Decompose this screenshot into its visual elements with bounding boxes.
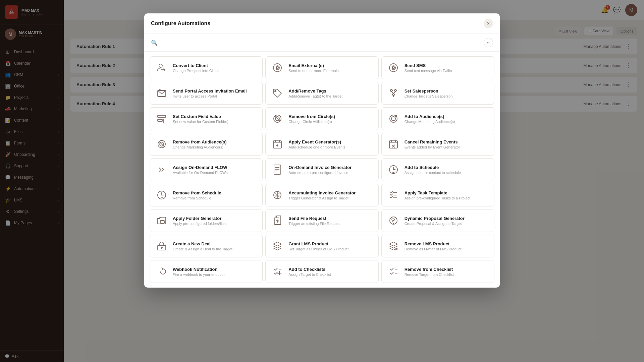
modal-title: Configure Automations <box>151 20 210 26</box>
svg-point-9 <box>275 90 276 92</box>
dynamic-proposal-text: Dynamic Proposal GeneratorCreate Proposa… <box>405 216 489 226</box>
remove-lms-product-text: Remove LMS ProductRemove as Owner of LMS… <box>405 241 489 251</box>
svg-rect-54 <box>160 221 164 223</box>
automation-card-add-to-checklists[interactable]: Add to ChecklistsAssign Target to Checkl… <box>265 260 378 283</box>
remove-lms-product-icon <box>387 240 400 252</box>
remove-from-circle-icon <box>271 112 284 125</box>
convert-to-client-description: Change Prospect into Client <box>173 69 257 73</box>
automation-card-remove-from-checklist[interactable]: Remove from ChecklistRemove Target from … <box>381 260 494 283</box>
automation-card-send-portal-email[interactable]: Send Portal Access Invitation EmailInvit… <box>150 82 263 105</box>
remove-lms-product-description: Remove as Owner of LMS Product <box>405 247 489 251</box>
automation-card-remove-from-schedule[interactable]: Remove from ScheduleRemove from Schedule <box>150 184 263 206</box>
email-externals-icon <box>271 61 284 74</box>
modal-body: Convert to ClientChange Prospect into Cl… <box>144 52 500 288</box>
automation-card-remove-from-circle[interactable]: Remove from Circle(s)Change Circle Affil… <box>265 107 378 130</box>
automation-card-set-salesperson[interactable]: Set SalespersonChange Target's Salespers… <box>381 82 494 105</box>
remove-from-schedule-title: Remove from Schedule <box>173 190 257 195</box>
search-icon: 🔍 <box>151 40 158 46</box>
svg-line-13 <box>391 92 393 94</box>
modal-header: Configure Automations × <box>144 13 500 34</box>
set-custom-field-text: Set Custom Field ValueSet new value for … <box>173 114 257 124</box>
automation-card-add-remove-tags[interactable]: Add/Remove TagsAdd/Remove Tag(s) to the … <box>265 82 378 105</box>
svg-point-0 <box>159 64 162 67</box>
automation-grid: Convert to ClientChange Prospect into Cl… <box>150 56 494 283</box>
assign-on-demand-flow-title: Assign On-Demand FLOW <box>173 165 257 170</box>
add-to-schedule-icon <box>387 163 400 176</box>
send-portal-email-icon <box>155 87 168 100</box>
grant-lms-product-text: Grant LMS ProductSet Target as Owner of … <box>288 241 373 251</box>
automation-card-cancel-remaining-events[interactable]: Cancel Remaining EventsEvents added by E… <box>381 133 494 156</box>
automation-card-apply-event-generator[interactable]: Apply Event Generator(s)Auto-schedule on… <box>265 133 378 156</box>
automation-card-convert-to-client[interactable]: Convert to ClientChange Prospect into Cl… <box>150 56 263 79</box>
automation-card-assign-on-demand-flow[interactable]: Assign On-Demand FLOWAvailable for On-De… <box>150 158 263 181</box>
remove-from-audiences-text: Remove from Audience(s)Change Marketing … <box>173 139 257 149</box>
email-externals-description: Send to one or more Externals <box>288 69 373 73</box>
automation-card-create-new-deal[interactable]: Create a New DealCreate & Assign a Deal … <box>150 235 263 257</box>
remove-lms-product-title: Remove LMS Product <box>405 241 489 246</box>
search-input[interactable] <box>161 40 480 45</box>
svg-point-4 <box>389 64 397 72</box>
back-button[interactable]: ← <box>484 38 493 47</box>
automation-card-on-demand-invoice[interactable]: On-Demand Invoice GeneratorAuto-create a… <box>265 158 378 181</box>
svg-point-10 <box>390 89 392 92</box>
send-sms-text: Send SMSSend text message via Twilio <box>405 63 489 73</box>
apply-task-template-text: Apply Task TemplateAssign pre-configured… <box>405 190 489 200</box>
remove-from-circle-description: Change Circle Affiliation(s) <box>288 120 373 124</box>
send-sms-icon <box>387 61 400 74</box>
automation-card-webhook-notification[interactable]: Webhook NotificationFire a webhook to yo… <box>150 260 263 283</box>
modal-overlay[interactable]: Configure Automations × 🔍 ← Convert to C… <box>0 0 644 362</box>
svg-rect-41 <box>274 165 281 174</box>
accumulating-invoice-text: Accumulating Invoice GeneratorTrigger Ge… <box>288 190 373 200</box>
remove-from-checklist-text: Remove from ChecklistRemove Target from … <box>405 267 489 277</box>
cancel-remaining-events-description: Events added by Event Generator <box>405 145 489 149</box>
automation-card-remove-lms-product[interactable]: Remove LMS ProductRemove as Owner of LMS… <box>381 235 494 257</box>
automation-card-email-externals[interactable]: Email External(s)Send to one or more Ext… <box>265 56 378 79</box>
add-to-audiences-icon <box>387 112 400 125</box>
convert-to-client-title: Convert to Client <box>173 63 257 68</box>
add-to-checklists-text: Add to ChecklistsAssign Target to Checkl… <box>288 267 373 277</box>
send-portal-email-text: Send Portal Access Invitation EmailInvit… <box>173 88 257 98</box>
apply-event-generator-title: Apply Event Generator(s) <box>288 139 373 144</box>
remove-from-schedule-text: Remove from ScheduleRemove from Schedule <box>173 190 257 200</box>
automation-card-apply-task-template[interactable]: Apply Task TemplateAssign pre-configured… <box>381 184 494 206</box>
automation-card-grant-lms-product[interactable]: Grant LMS ProductSet Target as Owner of … <box>265 235 378 257</box>
send-sms-description: Send text message via Twilio <box>405 69 489 73</box>
remove-from-checklist-description: Remove Target from Checklist <box>405 273 489 277</box>
modal-search-bar: 🔍 ← <box>144 34 500 52</box>
add-to-audiences-title: Add to Audience(s) <box>405 114 489 119</box>
automation-card-send-file-request[interactable]: Send File RequestTrigger an existing Fil… <box>265 209 378 232</box>
add-to-schedule-text: Add to ScheduleAssign user or contact to… <box>405 165 489 175</box>
automation-card-send-sms[interactable]: Send SMSSend text message via Twilio <box>381 56 494 79</box>
add-to-schedule-description: Assign user or contact to schedule <box>405 171 489 175</box>
configure-automations-modal: Configure Automations × 🔍 ← Convert to C… <box>144 13 500 288</box>
set-salesperson-icon <box>387 87 400 100</box>
apply-task-template-title: Apply Task Template <box>405 190 489 195</box>
svg-point-24 <box>391 117 395 121</box>
remove-from-circle-text: Remove from Circle(s)Change Circle Affil… <box>288 114 373 124</box>
apply-task-template-description: Assign pre-configured Tasks to a Project <box>405 196 489 200</box>
create-new-deal-text: Create a New DealCreate & Assign a Deal … <box>173 241 257 251</box>
add-remove-tags-icon <box>271 87 284 100</box>
send-portal-email-description: Invite user to access Portal <box>173 94 257 98</box>
svg-rect-17 <box>158 119 162 121</box>
automation-card-apply-folder-generator[interactable]: Apply Folder GeneratorApply pre-configur… <box>150 209 263 232</box>
webhook-notification-icon <box>155 265 168 278</box>
set-custom-field-title: Set Custom Field Value <box>173 114 257 119</box>
svg-point-3 <box>276 67 278 69</box>
automation-card-add-to-audiences[interactable]: Add to Audience(s)Change Marketing Audie… <box>381 107 494 130</box>
automation-card-add-to-schedule[interactable]: Add to ScheduleAssign user or contact to… <box>381 158 494 181</box>
set-salesperson-text: Set SalespersonChange Target's Salespers… <box>405 88 489 98</box>
automation-card-dynamic-proposal[interactable]: Dynamic Proposal GeneratorCreate Proposa… <box>381 209 494 232</box>
remove-from-schedule-icon <box>155 189 168 201</box>
add-to-checklists-description: Assign Target to Checklist <box>288 273 373 277</box>
set-salesperson-description: Change Target's Salesperson <box>405 94 489 98</box>
automation-card-set-custom-field[interactable]: Set Custom Field ValueSet new value for … <box>150 107 263 130</box>
send-sms-title: Send SMS <box>405 63 489 68</box>
automation-card-accumulating-invoice[interactable]: Accumulating Invoice GeneratorTrigger Ge… <box>265 184 378 206</box>
automation-card-remove-from-audiences[interactable]: Remove from Audience(s)Change Marketing … <box>150 133 263 156</box>
modal-close-button[interactable]: × <box>484 19 493 28</box>
apply-task-template-icon <box>387 189 400 201</box>
svg-line-14 <box>393 92 395 94</box>
add-remove-tags-title: Add/Remove Tags <box>288 88 373 94</box>
webhook-notification-title: Webhook Notification <box>173 267 257 272</box>
